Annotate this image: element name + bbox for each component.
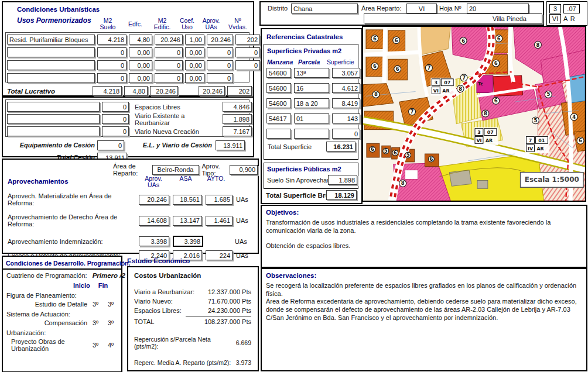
vvdas-field[interactable]: 0 xyxy=(235,47,260,57)
aprov-uas-field[interactable]: 20.246 xyxy=(139,195,169,205)
parcela-field[interactable]: 01 xyxy=(294,113,329,123)
cesion-label-field[interactable] xyxy=(7,102,100,112)
uso-label-field[interactable] xyxy=(7,73,95,83)
aprov-field[interactable]: 20.246 xyxy=(207,35,233,44)
superficie-field[interactable]: 4.612 xyxy=(332,83,360,93)
m2-suelo-field[interactable]: 0 xyxy=(97,47,127,57)
coef-field[interactable]: 0,00 xyxy=(185,60,204,70)
edfc-field[interactable]: 0,00 xyxy=(129,73,152,83)
total-vvdas-field[interactable]: 202 xyxy=(227,86,252,96)
el-viario-value-field[interactable]: 13.911 xyxy=(216,140,245,150)
condiciones-urbanisticas-panel: Condiciones Urbanísticas Usos Pormenoriz… xyxy=(2,1,254,97)
edfc-field[interactable]: 0,00 xyxy=(129,60,152,70)
total-m2-edific-field[interactable]: 20.246 xyxy=(150,86,178,96)
aprov-row-label: Aprovechamiento de Derecho Área de Refor… xyxy=(8,213,135,228)
asa-field[interactable]: 13.147 xyxy=(173,216,202,226)
cesion-right-value-field[interactable]: 1.898 xyxy=(223,114,252,124)
svg-text:8: 8 xyxy=(536,42,539,48)
aprov-row-label: Aprovech. Materializable en Área de Refo… xyxy=(8,192,135,206)
cesion-value-field[interactable]: 0 xyxy=(102,102,129,112)
svg-text:VI: VI xyxy=(476,138,481,143)
manzana-field[interactable]: 54617 xyxy=(266,113,291,123)
coef-field[interactable]: 1,00 xyxy=(185,35,204,44)
tc-label: Tc xyxy=(478,81,483,87)
referencias-catastrales-panel: Referencias Catastrales Superficies Priv… xyxy=(261,28,363,204)
m2-suelo-field[interactable]: 0 xyxy=(97,60,127,70)
nombre-field[interactable]: Villa Pineda xyxy=(364,13,542,23)
total-superficie-bruta-field[interactable]: 18.129 xyxy=(326,190,357,200)
edfc-field[interactable]: 4,80 xyxy=(129,35,152,44)
aprov-tipo-field[interactable]: 0,900 xyxy=(230,165,258,175)
repercusion-row: Repercusión s/Parcela Neta (pts/m2): 6.6… xyxy=(134,336,251,350)
m2-edific-field[interactable]: 0 xyxy=(155,73,183,83)
cesion-label-field[interactable] xyxy=(7,114,100,124)
parcela-field[interactable]: 18 a 20 xyxy=(294,98,329,108)
parcela-field[interactable]: 16 xyxy=(294,83,329,93)
aprov-uas-field[interactable]: 14.608 xyxy=(139,216,169,226)
total-edfc-field[interactable]: 4,80 xyxy=(124,86,148,96)
cesion-right-value-field[interactable]: 7.167 xyxy=(223,126,252,136)
m2-edific-field[interactable]: 20.246 xyxy=(155,35,183,44)
ayto-field[interactable]: 224 xyxy=(206,250,233,260)
total-aprov-field[interactable]: 20.246 xyxy=(199,86,225,96)
aprov-field[interactable]: 0 xyxy=(207,73,233,83)
edfc-field[interactable]: 0,00 xyxy=(129,47,152,57)
svg-text:07: 07 xyxy=(487,130,494,135)
total-lucrativo-label: Total Lucrativo xyxy=(7,86,90,96)
ayto-field[interactable]: 1.685 xyxy=(206,195,233,205)
svg-text:6: 6 xyxy=(371,146,374,152)
svg-text:7: 7 xyxy=(529,138,532,143)
svg-text:IV: IV xyxy=(528,146,534,151)
distrito-field[interactable]: Chana xyxy=(291,4,358,13)
asa-field[interactable]: 3.398 xyxy=(173,236,203,247)
cesion-value-field[interactable]: 0 xyxy=(102,126,129,136)
area-reparto-field[interactable]: VI xyxy=(406,4,437,13)
aprov-field[interactable]: 0 xyxy=(207,47,233,57)
aprov-field[interactable]: 0 xyxy=(207,60,233,70)
suelo-sin-aprovecham-field[interactable]: 1.898 xyxy=(328,175,357,185)
m2-suelo-field[interactable]: 4.218 xyxy=(97,35,127,44)
parcela-field[interactable]: 13ª xyxy=(294,68,329,78)
uso-label-field[interactable]: Resid. Plurifamiliar Bloques xyxy=(7,35,95,44)
cuatrienio-value: Primero /2 xyxy=(93,272,125,279)
superficie-field[interactable]: 8.419 xyxy=(332,98,360,108)
equipamiento-label: Equipamiento de Cesión xyxy=(7,140,95,150)
aprov-uas-field[interactable]: 3.398 xyxy=(139,236,169,246)
svg-text:3: 3 xyxy=(435,80,438,85)
vvdas-field[interactable]: 0 xyxy=(235,60,260,70)
uso-label-field[interactable] xyxy=(7,47,95,57)
col-m2-edific: M2Edific. xyxy=(149,18,176,30)
manzana-field[interactable]: 54600 xyxy=(266,83,291,93)
costo-value: 71.670.000 Pts xyxy=(208,298,251,305)
col-ayto: AYTO. xyxy=(203,175,229,182)
cesion-right-value-field[interactable]: 4.846 xyxy=(223,102,252,112)
superficie-field[interactable]: 0 xyxy=(332,129,360,139)
col-manzana: Manzana xyxy=(267,58,293,66)
cesion-value-field[interactable]: 0 xyxy=(102,114,129,124)
superficie-field[interactable]: 143 xyxy=(332,113,360,123)
superficie-field[interactable]: 3.057 xyxy=(332,68,360,78)
area-reparto-field[interactable]: Beiro-Ronda xyxy=(152,165,199,175)
item-inicio: 3º xyxy=(87,342,104,349)
objetivos-panel: Objetivos: Transformación de usos indust… xyxy=(261,205,587,268)
parcela-field[interactable] xyxy=(294,129,329,139)
equipamiento-value-field[interactable]: 0 xyxy=(97,140,124,150)
manzana-field[interactable] xyxy=(266,129,291,139)
manzana-field[interactable]: 54600 xyxy=(266,98,291,108)
m2-edific-field[interactable]: 0 xyxy=(155,60,183,70)
coef-field[interactable]: 0,00 xyxy=(185,47,204,57)
asa-field[interactable]: 18.561 xyxy=(173,195,202,205)
manzana-field[interactable]: 54600 xyxy=(266,68,291,78)
m2-suelo-field[interactable]: 0 xyxy=(97,73,127,83)
m2-edific-field[interactable]: 0 xyxy=(155,47,183,57)
hoja-field[interactable]: 20 xyxy=(467,4,529,13)
svg-text:7: 7 xyxy=(462,75,466,81)
coef-field[interactable]: 0,00 xyxy=(185,73,204,83)
ayto-field[interactable]: 1.461 xyxy=(206,216,233,226)
total-superficie-field[interactable]: 16.231 xyxy=(326,142,355,151)
vvdas-field[interactable]: 202 xyxy=(235,35,260,44)
cesion-label-field[interactable] xyxy=(7,126,100,136)
reperc-media-row: Reperc. Media A. Reparto (pts/m2): 3.973 xyxy=(134,359,251,366)
total-m2-suelo-field[interactable]: 4.218 xyxy=(93,86,122,96)
uso-label-field[interactable] xyxy=(7,60,95,70)
